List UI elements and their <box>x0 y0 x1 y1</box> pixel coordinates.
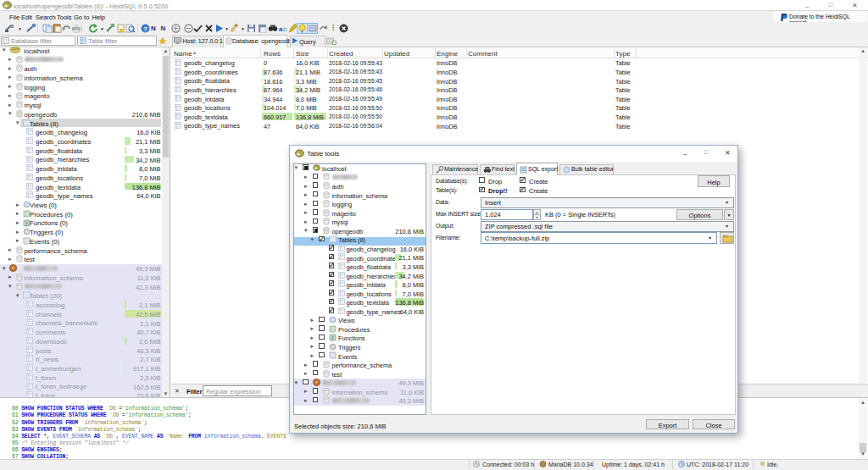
svg-text:?: ? <box>143 25 147 33</box>
svg-text:b: b <box>283 25 287 33</box>
